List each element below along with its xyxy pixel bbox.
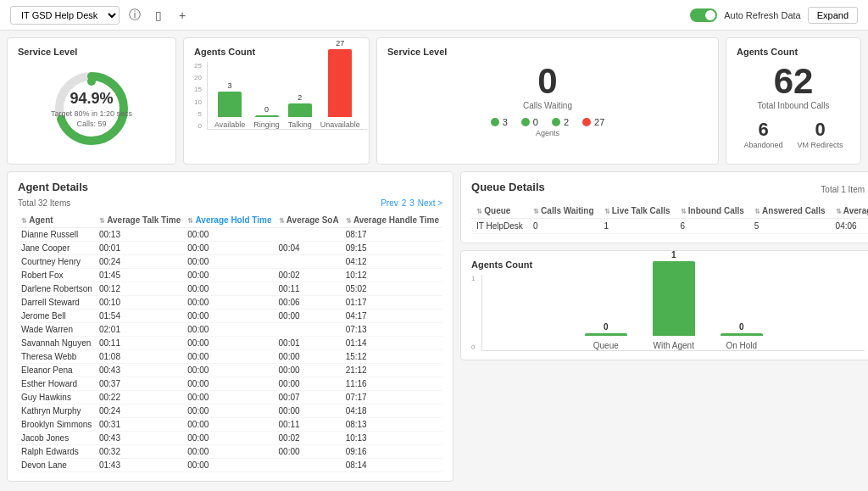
queue-details-title: Queue Details: [471, 181, 545, 193]
svg-point-2: [87, 77, 96, 86]
qcol-live-talk[interactable]: Live Talk Calls: [599, 204, 676, 219]
table-row: Theresa Webb01:0800:0000:0015:12: [18, 350, 442, 364]
queue-table: Queue Calls Waiting Live Talk Calls Inbo…: [471, 204, 868, 234]
page-3[interactable]: 3: [409, 198, 415, 208]
qcol-answered[interactable]: Answered Calls: [749, 204, 831, 219]
bar-unavailable: 27 Unavailable: [320, 39, 360, 129]
donut-calls: Calls: 59: [51, 120, 132, 128]
agents-count-bar-widget: Agents Count 2520151050 3 Available 0: [183, 37, 370, 165]
table-row: Brooklyn Simmons00:3100:0000:1108:13: [18, 418, 442, 432]
copy-icon[interactable]: ▯: [150, 7, 167, 24]
service-level-right-widget: Service Level 0 Calls Waiting 3 0 2: [376, 37, 719, 165]
top-bar: IT GSD Help Desk ⓘ ▯ + Auto Refresh Data…: [0, 0, 868, 31]
info-icon[interactable]: ⓘ: [126, 7, 143, 24]
table-row: Esther Howard00:3700:0000:0011:16: [18, 377, 442, 391]
qcol-queue[interactable]: Queue: [471, 204, 528, 219]
donut-percent: 94.9%: [51, 90, 132, 108]
agent-details-widget: Agent Details Total 32 Items Prev 2 3 Ne…: [7, 171, 453, 482]
auto-refresh-toggle[interactable]: [690, 8, 717, 22]
col-soa[interactable]: Average SoA: [275, 213, 342, 228]
auto-refresh-label: Auto Refresh Data: [724, 10, 801, 20]
ac-right-title: Agents Count: [737, 47, 850, 57]
total-inbound-number: 62: [737, 64, 850, 99]
bar-chart-area: 3 Available 0 Ringing 2 Talking: [207, 62, 367, 130]
donut-container: 94.9% Target 80% in 1:20 secs Calls: 59: [18, 62, 165, 155]
dot-green-1: [491, 118, 499, 126]
y-axis: 2520151050: [194, 62, 203, 130]
bottom-bar-chart-area: 0 Queue 1 With Agent 0 On Hold: [481, 275, 865, 351]
pagination: Prev 2 3 Next >: [381, 198, 442, 208]
table-row: Jerome Bell01:5400:0000:0004:17: [18, 310, 442, 323]
qcol-handle-time[interactable]: Average Handle Time: [831, 204, 868, 219]
queue-details-widget: Queue Details Total 1 Item Queue Calls W…: [460, 171, 868, 243]
bar-ringing: 0 Ringing: [253, 105, 280, 129]
page-2[interactable]: 2: [402, 198, 407, 208]
dot-3: 2: [552, 117, 569, 127]
sl-right-title: Service Level: [387, 47, 708, 57]
table-row: Robert Fox01:4500:0000:0210:12: [18, 269, 442, 282]
bottom-bar-on-hold: 0 On Hold: [721, 322, 763, 350]
top-bar-left: IT GSD Help Desk ⓘ ▯ +: [10, 6, 191, 25]
col-handle-time[interactable]: Average Handle Time: [342, 213, 442, 228]
add-icon[interactable]: +: [174, 7, 191, 24]
queue-table-row: IT HelpDesk016504:0600:26: [471, 219, 868, 234]
top-bar-right: Auto Refresh Data Expand: [690, 7, 858, 24]
agents-count-right-widget: Agents Count 62 Total Inbound Calls 6 Ab…: [726, 37, 861, 165]
donut-text: 94.9% Target 80% in 1:20 secs Calls: 59: [51, 90, 132, 128]
service-level-widget: Service Level 94.9% Target 80% in 1:20 s…: [7, 37, 176, 165]
qcol-inbound[interactable]: Inbound Calls: [676, 204, 749, 219]
col-hold-time[interactable]: Average Hold Time: [184, 213, 275, 228]
dot-green-3: [552, 118, 560, 126]
dot-4: 27: [582, 117, 604, 127]
bar-unavailable-rect: [328, 49, 352, 117]
queue-total-items: Total 1 Item: [821, 185, 865, 194]
total-inbound-label: Total Inbound Calls: [737, 101, 850, 110]
table-row: Jacob Jones00:4300:0000:0210:13: [18, 432, 442, 445]
vm-redirects-stat: 0 VM Redirects: [798, 119, 843, 149]
agents-dots: 3 0 2 27: [387, 117, 708, 127]
bar-available-rect: [218, 92, 242, 117]
table-row: Kathryn Murphy00:2400:0000:0004:18: [18, 405, 442, 418]
col-talk-time[interactable]: Average Talk Time: [96, 213, 184, 228]
queue-select[interactable]: IT GSD Help Desk: [10, 6, 120, 25]
bar-talking-rect: [288, 103, 312, 117]
qcol-calls-waiting[interactable]: Calls Waiting: [528, 204, 599, 219]
table-row: Dianne Russell00:1300:0008:17: [18, 228, 442, 242]
right-panel: Queue Details Total 1 Item Queue Calls W…: [460, 171, 868, 482]
abandoned-label: Abandoned: [743, 141, 782, 149]
abandoned-number: 6: [743, 119, 782, 141]
table-row: Devon Lane01:4300:0008:14: [18, 459, 442, 472]
next-page[interactable]: Next >: [418, 198, 442, 208]
table-row: Ralph Edwards00:3200:0000:0009:16: [18, 445, 442, 459]
table-row: Wade Warren02:0100:0007:13: [18, 323, 442, 337]
dot-red-1: [582, 118, 591, 126]
agent-details-title: Agent Details: [18, 181, 442, 193]
prev-page[interactable]: Prev: [381, 198, 398, 208]
table-row: Eleanor Pena00:4300:0000:0021:12: [18, 364, 442, 377]
table-row: Courtney Henry00:2400:0004:12: [18, 255, 442, 269]
agents-label: Agents: [387, 129, 708, 137]
table-total-items: Total 32 Items: [18, 198, 70, 208]
bar-available: 3 Available: [214, 81, 245, 129]
bottom-y-axis: 1 0: [471, 275, 478, 351]
bar-ringing-rect: [255, 115, 279, 117]
table-row: Savannah Nguyen00:1100:0000:0101:14: [18, 337, 442, 350]
dot-green-2: [521, 118, 530, 126]
bottom-section: Agent Details Total 32 Items Prev 2 3 Ne…: [7, 171, 861, 482]
service-level-title: Service Level: [18, 47, 165, 57]
table-row: Guy Hawkins00:2200:0000:0707:17: [18, 391, 442, 405]
calls-waiting-number: 0: [387, 64, 708, 99]
abandoned-stat: 6 Abandoned: [743, 119, 782, 149]
table-row: Darlene Robertson00:1200:0000:1105:02: [18, 282, 442, 296]
bottom-bar-queue: 0 Queue: [585, 322, 627, 350]
expand-button[interactable]: Expand: [808, 7, 858, 24]
agents-count-chart-widget: Agents Count 1 0 0 Queue: [460, 250, 868, 360]
main-content: Service Level 94.9% Target 80% in 1:20 s…: [0, 31, 868, 488]
bottom-bar-with-agent: 1 With Agent: [653, 250, 695, 350]
col-agent[interactable]: Agent: [18, 213, 96, 228]
top-widgets: Service Level 94.9% Target 80% in 1:20 s…: [7, 37, 861, 165]
bottom-bar-on-hold-rect: [721, 333, 763, 336]
vm-redirects-number: 0: [798, 119, 843, 141]
dot-1: 3: [491, 117, 508, 127]
bottom-bar-with-agent-rect: [653, 261, 695, 336]
